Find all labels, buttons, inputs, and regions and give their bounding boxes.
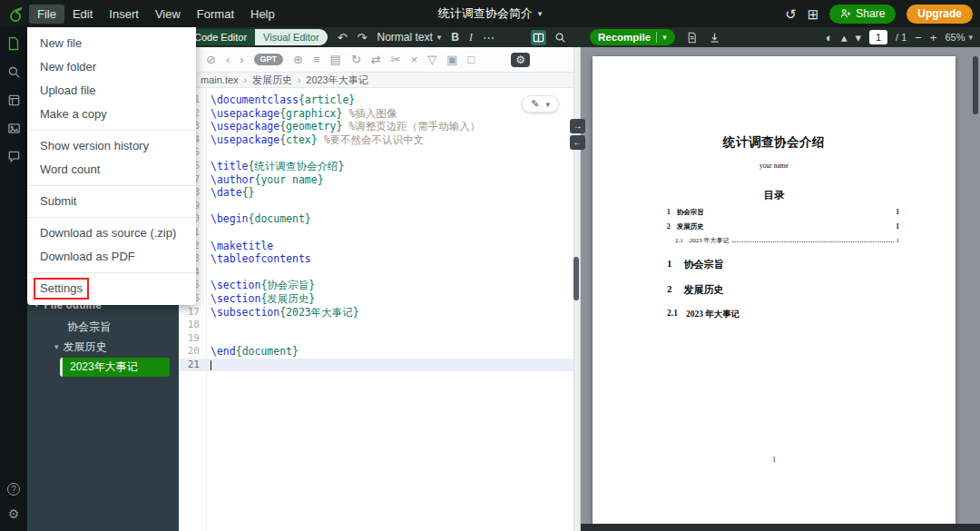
redo-icon[interactable]: ↷ bbox=[358, 32, 368, 44]
layout-columns-icon[interactable] bbox=[531, 30, 546, 45]
chat-icon[interactable] bbox=[6, 149, 21, 163]
bold-button[interactable]: B bbox=[451, 32, 459, 43]
visual-editor-toggle[interactable]: Visual Editor bbox=[255, 29, 328, 45]
file-menu-item-upload-file[interactable]: Upload file bbox=[27, 79, 196, 103]
notes-icon[interactable]: ▤ bbox=[330, 54, 341, 65]
sync-to-code-button[interactable]: ← bbox=[570, 135, 585, 150]
pdf-horizontal-scrollbar[interactable] bbox=[573, 524, 980, 531]
code-line[interactable] bbox=[207, 332, 573, 346]
outline-item-development-history[interactable]: ▾ 发展历史 bbox=[27, 337, 179, 357]
code-line[interactable]: \author{your name} bbox=[207, 173, 573, 187]
menu-help[interactable]: Help bbox=[242, 5, 283, 24]
italic-button[interactable]: I bbox=[469, 32, 473, 43]
breadcrumb-item[interactable]: 2023年大事记 bbox=[306, 74, 368, 87]
gear-icon[interactable]: ⚙ bbox=[8, 507, 20, 520]
block-icon[interactable]: ⊘ bbox=[206, 54, 216, 65]
file-menu-item-download-as-source-zip[interactable]: Download as source (.zip) bbox=[27, 221, 196, 245]
menu-format[interactable]: Format bbox=[189, 5, 242, 24]
code-editor[interactable]: 123456789101112131415161718192021 \docum… bbox=[179, 88, 573, 531]
code-line[interactable]: \begin{document} bbox=[207, 212, 573, 226]
recompile-button[interactable]: Recompile ▾ bbox=[590, 29, 675, 45]
code-line[interactable]: \maketitle bbox=[207, 240, 573, 253]
search-icon[interactable] bbox=[554, 32, 566, 44]
breadcrumb-item[interactable]: main.tex bbox=[201, 74, 239, 85]
zoom-in-icon[interactable]: + bbox=[930, 32, 937, 44]
page-up-icon[interactable]: ▴ bbox=[841, 32, 848, 44]
outline-item-association-purpose[interactable]: 协会宗旨 bbox=[27, 317, 179, 337]
zoom-out-icon[interactable]: − bbox=[915, 32, 922, 44]
file-menu-item-new-folder[interactable]: New folder bbox=[27, 55, 196, 79]
code-line[interactable]: \usepackage{geometry} %调整页边距（需手动输入） bbox=[207, 120, 573, 133]
outline-item-2023-events[interactable]: 2023年大事记 bbox=[60, 358, 170, 377]
pdf-viewer[interactable]: 统计调查协会介绍 your name 目录 1协会宗旨12发展历史12.1202… bbox=[573, 47, 980, 531]
cut-icon[interactable]: ✂ bbox=[391, 54, 401, 65]
code-line[interactable] bbox=[207, 146, 573, 160]
menu-icon[interactable]: ≡ bbox=[313, 54, 320, 65]
page-down-icon[interactable]: ▾ bbox=[855, 32, 861, 44]
zoom-level-dropdown[interactable]: 65% ▾ bbox=[945, 32, 973, 43]
copy-icon[interactable]: ▣ bbox=[446, 54, 457, 65]
search-icon[interactable] bbox=[6, 64, 21, 79]
integrations-icon[interactable] bbox=[6, 93, 21, 107]
menu-file[interactable]: File bbox=[29, 5, 64, 24]
menu-view[interactable]: View bbox=[147, 5, 189, 24]
image-icon[interactable] bbox=[6, 121, 21, 135]
code-line[interactable]: \title{统计调查协会介绍} bbox=[207, 160, 573, 173]
file-menu-item-word-count[interactable]: Word count bbox=[27, 158, 196, 182]
download-pdf-icon[interactable] bbox=[709, 32, 720, 44]
breadcrumb-item[interactable]: 发展历史 bbox=[252, 74, 292, 87]
gpt-badge[interactable]: GPT bbox=[254, 54, 284, 65]
help-icon[interactable]: ? bbox=[7, 483, 20, 496]
code-line[interactable]: \end{document} bbox=[207, 345, 573, 359]
code-line[interactable]: \usepackage{graphicx} %插入图像 bbox=[207, 107, 573, 121]
pdf-scrollbar-thumb[interactable] bbox=[973, 56, 978, 114]
undo-icon[interactable]: ↶ bbox=[338, 32, 348, 44]
editor-scrollbar-thumb[interactable] bbox=[573, 257, 579, 300]
file-menu-item-new-file[interactable]: New file bbox=[27, 32, 196, 55]
contrast-icon[interactable]: ◐ bbox=[826, 32, 833, 44]
logs-icon[interactable] bbox=[686, 32, 698, 44]
file-menu-item-settings[interactable]: Settings bbox=[27, 277, 196, 300]
history-icon[interactable]: ↺ bbox=[785, 7, 797, 21]
paragraph-style-dropdown[interactable]: Normal text ▾ bbox=[377, 31, 441, 44]
filter-icon[interactable]: ▽ bbox=[427, 54, 436, 65]
close-icon[interactable]: × bbox=[411, 54, 418, 65]
code-line[interactable] bbox=[207, 319, 573, 332]
swap-icon[interactable]: ⇄ bbox=[371, 54, 381, 65]
project-title[interactable]: 统计调查协会简介 ▾ bbox=[438, 5, 543, 22]
code-line[interactable]: \subsection{2023年大事记} bbox=[207, 306, 573, 320]
code-line[interactable]: \tableofcontents bbox=[207, 252, 573, 266]
recompile-dropdown-icon[interactable]: ▾ bbox=[662, 33, 667, 42]
review-widget[interactable]: ✎ ▾ bbox=[522, 95, 559, 113]
more-tools-icon[interactable]: ⋯ bbox=[483, 32, 495, 44]
translate-icon[interactable]: ⊕ bbox=[293, 54, 303, 65]
chevron-right-icon[interactable]: › bbox=[240, 54, 243, 65]
code-line[interactable] bbox=[207, 200, 573, 213]
code-line[interactable]: \section{发展历史} bbox=[207, 292, 573, 306]
menu-edit[interactable]: Edit bbox=[64, 5, 101, 24]
overleaf-logo[interactable] bbox=[6, 5, 24, 23]
code-editor-toggle[interactable]: Code Editor bbox=[186, 29, 255, 45]
file-menu-item-submit[interactable]: Submit bbox=[27, 190, 196, 213]
code-line[interactable] bbox=[207, 226, 573, 240]
layout-grid-icon[interactable]: ⊞ bbox=[808, 7, 819, 21]
file-menu-item-show-version-history[interactable]: Show version history bbox=[27, 134, 196, 158]
file-menu-item-download-as-pdf[interactable]: Download as PDF bbox=[27, 245, 196, 269]
chevron-left-icon[interactable]: ‹ bbox=[226, 54, 230, 65]
page-number-input[interactable]: 1 bbox=[869, 30, 887, 44]
menu-insert[interactable]: Insert bbox=[101, 5, 147, 24]
sync-to-pdf-button[interactable]: → bbox=[570, 119, 585, 133]
extension-settings-icon[interactable]: ⚙ bbox=[511, 53, 530, 67]
code-line[interactable] bbox=[207, 266, 573, 280]
share-button[interactable]: Share bbox=[829, 5, 896, 24]
editor-file-icon[interactable] bbox=[6, 36, 21, 51]
code-line[interactable]: \usepackage{ctex} %要不然会不认识中文 bbox=[207, 133, 573, 147]
code-line[interactable]: \documentclass{article} bbox=[207, 93, 573, 107]
file-menu-item-make-a-copy[interactable]: Make a copy bbox=[27, 103, 196, 126]
code-line[interactable] bbox=[207, 359, 573, 372]
code-line[interactable]: \section{协会宗旨} bbox=[207, 279, 573, 292]
code-line[interactable]: \date{} bbox=[207, 186, 573, 200]
paste-icon[interactable]: □ bbox=[468, 54, 475, 65]
upgrade-button[interactable]: Upgrade bbox=[906, 5, 973, 24]
refresh-icon[interactable]: ↻ bbox=[351, 54, 361, 65]
